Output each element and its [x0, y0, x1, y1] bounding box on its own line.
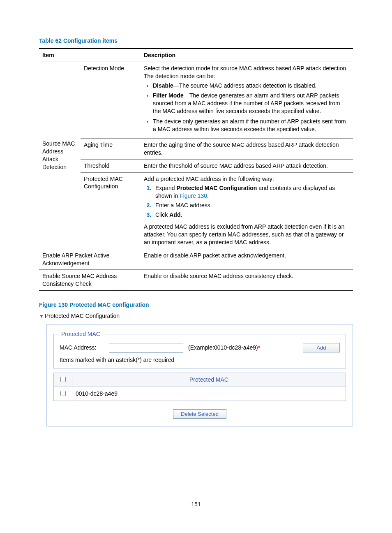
protected-post: A protected MAC address is excluded from…	[144, 223, 350, 246]
protected-mac-column-header: Protected MAC	[72, 373, 346, 387]
desc-protected-mac: Add a protected MAC address in the follo…	[141, 172, 353, 249]
protected-step-3: Click Add.	[153, 211, 350, 219]
outer-panel: Protected MAC MAC Address: (Example:0010…	[46, 324, 353, 426]
header-description: Description	[141, 49, 353, 62]
item-detection-mode: Detection Mode	[81, 62, 141, 138]
detection-mode-bullet-alarm: The device only generates an alarm if th…	[153, 118, 350, 133]
desc-enable-consistency: Enable or disable source MAC address con…	[141, 270, 353, 291]
detection-mode-intro: Select the detection mode for source MAC…	[144, 65, 350, 80]
configuration-table: Item Description Source MAC Address Atta…	[39, 48, 353, 291]
desc-enable-ack: Enable or disable ARP packet active ackn…	[141, 249, 353, 270]
add-button[interactable]: Add	[303, 343, 340, 352]
item-enable-ack: Enable ARP Packet Active Acknowledgement	[39, 249, 141, 270]
panel-header-label: Protected MAC Configuration	[45, 313, 120, 319]
item-enable-consistency: Enable Source MAC Address Consistency Ch…	[39, 270, 141, 291]
table-row: 0010-dc28-a4e9	[54, 387, 346, 401]
chevron-down-icon: ▼	[39, 313, 44, 320]
fieldset-legend: Protected MAC	[60, 330, 102, 338]
figure-title: Figure 130 Protected MAC configuration	[39, 301, 353, 309]
desc-threshold: Enter the threshold of source MAC addres…	[141, 159, 353, 172]
desc-aging-time: Enter the aging time of the source MAC a…	[141, 138, 353, 159]
protected-step-1: Expand Protected MAC Configuration and c…	[153, 184, 350, 200]
detection-mode-bullet-disable: Disable—The source MAC address attack de…	[153, 82, 350, 90]
row-mac-value: 0010-dc28-a4e9	[72, 387, 346, 401]
table-title: Table 62 Configuration items	[39, 37, 353, 45]
desc-detection-mode: Select the detection mode for source MAC…	[141, 62, 353, 138]
header-item: Item	[39, 49, 141, 62]
item-protected-mac: Protected MAC Configuration	[81, 172, 141, 249]
figure-link[interactable]: Figure 130	[180, 192, 207, 199]
required-note: Items marked with an asterisk(*) are req…	[60, 356, 340, 364]
mac-address-input[interactable]	[109, 343, 183, 353]
protected-mac-table: Protected MAC 0010-dc28-a4e9	[53, 373, 346, 401]
item-threshold: Threshold	[81, 159, 141, 172]
protected-intro: Add a protected MAC address in the follo…	[144, 175, 350, 183]
group-source-mac: Source MAC Address Attack Detection	[39, 62, 81, 249]
page-number: 151	[39, 501, 353, 508]
select-all-header[interactable]	[54, 373, 72, 387]
protected-mac-fieldset: Protected MAC MAC Address: (Example:0010…	[53, 330, 346, 368]
panel-expand-header[interactable]: ▼Protected MAC Configuration	[39, 312, 353, 320]
delete-selected-button[interactable]: Delete Selected	[173, 409, 226, 419]
select-all-checkbox[interactable]	[60, 377, 66, 382]
protected-step-2: Enter a MAC address.	[153, 202, 350, 209]
row-checkbox[interactable]	[60, 391, 66, 396]
item-aging-time: Aging Time	[81, 138, 141, 159]
mac-example: (Example:0010-dc28-a4e9)*	[188, 344, 260, 352]
detection-mode-bullet-filter: Filter Mode—The device generates an alar…	[153, 92, 350, 115]
mac-address-label: MAC Address:	[60, 344, 105, 352]
